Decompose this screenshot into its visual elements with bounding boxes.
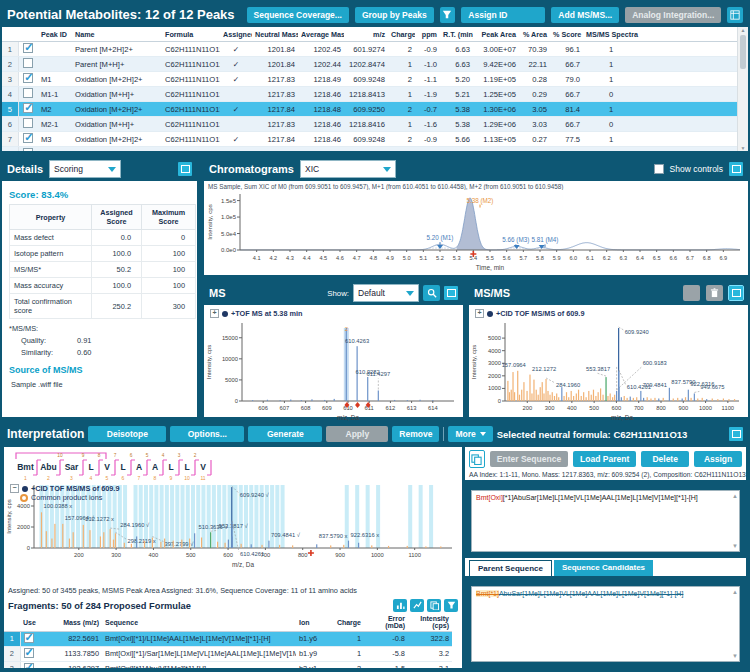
expand-icon[interactable]: + [210,309,219,318]
remove-button[interactable]: Remove [392,426,439,442]
msms-maximize-icon[interactable] [729,286,743,300]
apply-button: Apply [326,426,388,442]
details-view-select[interactable]: Scoring [49,160,121,178]
options-button[interactable]: Options... [170,426,244,442]
column-header[interactable]: Peak Area [473,27,519,42]
table-row[interactable]: 8M3-1Oxidation [M+H]+C62H111N11O131217.8… [2,147,742,152]
ms-maximize-icon[interactable] [444,286,458,300]
group-by-peaks-button[interactable]: Group by Peaks [355,7,434,23]
use-checkbox[interactable] [23,43,33,53]
blank-button[interactable] [683,285,700,301]
fragment-row[interactable]: 1822.5691Bmt[Oxi][*1]/L[1Me]AAL[1Me]L[1M… [4,631,452,646]
column-header[interactable]: Charge [332,614,364,631]
column-header[interactable]: Use [20,614,44,631]
column-header[interactable]: R.T. (min) [440,27,473,42]
use-checkbox[interactable] [23,103,33,113]
sequence-editor[interactable]: Bmt[Oxi][*1]AbuSar[1Me]L[1Me]VL[1Me]AAL[… [471,490,740,552]
column-header[interactable]: Ion [296,614,332,631]
use-checkbox[interactable] [23,118,33,128]
use-checkbox[interactable] [23,133,33,143]
use-checkbox[interactable] [24,663,34,668]
column-header[interactable]: Intensity (cps) [408,614,452,631]
scroll-down-icon[interactable]: ▼ [732,653,738,659]
add-msms-button[interactable]: Add MS/MS... [551,7,619,23]
column-header[interactable]: Peak ID [38,27,72,42]
generate-button[interactable]: Generate [248,426,322,442]
load-parent-button[interactable]: Load Parent [573,451,636,467]
use-checkbox[interactable] [23,58,33,68]
delete-button[interactable]: Delete [641,451,689,467]
peak-area: 3.00E+07 [473,42,519,57]
table-row[interactable]: 5M2Oxidation [M+2H]2+C62H111N11O13✓1217.… [2,102,742,117]
column-header[interactable]: % Area [519,27,550,42]
chromatograms-maximize-icon[interactable] [729,162,743,176]
tab-sequence-candidates[interactable]: Sequence Candidates [554,560,653,576]
column-header[interactable]: Mass (m/z) [44,614,102,631]
chart-icon[interactable] [410,599,424,612]
filter-fragments-icon[interactable] [444,599,458,612]
assign-id-button[interactable]: Assign ID [461,7,545,23]
fragment-row[interactable]: 3192.6297Bmt[Oxi][*1]Abu/V[1Me][*1]-[H]b… [4,661,452,668]
ms-show-select[interactable]: Default [353,284,419,302]
peaks-table-scrollbar[interactable]: ▲▼ [737,27,748,151]
deisotope-button[interactable]: Deisotope [88,426,166,442]
column-header[interactable]: ppm [415,27,440,42]
sequence-coverage-button[interactable]: Sequence Coverage... [247,7,349,23]
tab-parent-sequence[interactable]: Parent Sequence [469,560,552,576]
export-chart-icon[interactable] [393,599,407,612]
use-checkbox[interactable] [24,648,34,658]
svg-text:6.3: 6.3 [619,255,627,261]
scroll-up-icon[interactable]: ▲ [732,589,738,595]
show-controls-checkbox[interactable] [654,164,664,174]
collapse-icon[interactable]: − [10,484,19,493]
trash-icon[interactable] [706,285,723,301]
interpretation-maximize-icon[interactable] [729,427,743,441]
column-header[interactable]: Sequence [102,614,296,631]
msms-chart[interactable]: 0100020003000400050002003004005006007008… [469,317,746,425]
use-checkbox[interactable] [23,88,33,98]
column-header[interactable]: Formula [162,27,220,42]
column-header[interactable]: MS/MS Spectra [583,27,639,42]
column-header[interactable]: Error (mDa) [364,614,408,631]
column-header[interactable]: m/z [344,27,388,42]
peaks-table[interactable]: Peak IDNameFormulaAssignedNeutral MassAv… [2,27,742,151]
xic-chart[interactable]: 0.0e05.0e41.0e51.5e54.14.24.34.44.54.64.… [204,190,746,276]
ms-chart[interactable]: 0500010000150006066076086096106116126136… [204,317,461,425]
table-row[interactable]: 1Parent [M+2H]2+C62H111N11O12✓1201.84120… [2,42,742,57]
table-row[interactable]: 3M1Oxidation [M+2H]2+C62H111N11O13✓1217.… [2,72,742,87]
column-header[interactable]: Neutral Mass [252,27,298,42]
table-row[interactable]: 2Parent [M+H]+C62H111N11O12✓1201.841202.… [2,57,742,72]
column-header[interactable] [639,27,742,42]
filter-icon[interactable] [440,7,456,23]
more-button[interactable]: More [448,426,492,442]
column-header[interactable]: Average Mass [298,27,344,42]
use-checkbox[interactable] [23,73,33,83]
column-header[interactable]: % Score [550,27,583,42]
use-checkbox[interactable] [23,148,33,151]
fragments-table[interactable]: UseMass (m/z)SequenceIonChargeError (mDa… [4,614,452,668]
column-header[interactable]: Name [72,27,162,42]
table-row[interactable]: 6M2-1Oxidation [M+H]+C62H111N11O131217.8… [2,117,742,132]
expand-icon[interactable]: + [475,309,484,318]
scroll-down-icon[interactable]: ▼ [732,543,738,549]
table-row[interactable]: 7M3Oxidation [M+2H]2+C62H111N11O13✓1217.… [2,132,742,147]
column-header[interactable] [4,614,20,631]
details-maximize-icon[interactable] [178,162,192,176]
parent-sequence-text[interactable]: Bmt[*1]AbuSar[1Me]L[1Me]VL[1Me]AAL[1Me]L… [471,586,740,662]
chromatogram-type-select[interactable]: XIC [300,160,396,178]
column-header[interactable]: Assigned [220,27,252,42]
copy-table-icon[interactable] [427,599,441,612]
sequence-ribbon[interactable]: Bmt1Abu2Sar3L4V5L6A7A8L9L10V111098765432 [6,448,306,482]
scroll-up-icon[interactable]: ▲ [732,493,738,499]
assign-button[interactable]: Assign [694,451,742,467]
fragment-row[interactable]: 21133.7850Bmt[Oxi][*1]/Sar[1Me]L[1Me]VL[… [4,646,452,661]
table-row[interactable]: 4M1-1Oxidation [M+H]+C62H111N11O131217.8… [2,87,742,102]
column-header[interactable]: Charge [388,27,415,42]
copy-sequence-icon[interactable] [469,450,485,468]
export-grid-icon[interactable] [727,7,743,23]
use-checkbox[interactable] [24,633,34,643]
column-header[interactable] [18,27,38,42]
average-mass: 1202.45 [298,42,344,57]
zoom-icon[interactable] [423,285,440,301]
column-header[interactable] [2,27,18,42]
